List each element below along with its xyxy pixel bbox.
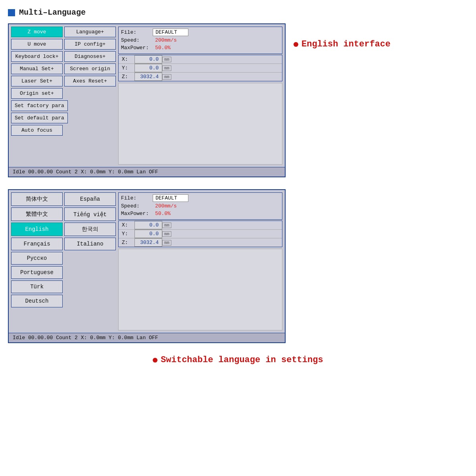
x-unit: mm [162,57,171,62]
keyboard-lock-button[interactable]: Keyboard lock+ [11,51,63,62]
origin-set-button[interactable]: Origin set+ [11,88,63,99]
maxpower-value: 50.0% [153,44,173,51]
lang-french[interactable]: Français [11,238,63,250]
lang-deutsch[interactable]: Deutsch [11,295,63,307]
axes-reset-button[interactable]: Axes Reset+ [64,76,116,86]
bullet2-icon [153,358,157,363]
p2-z-value: 3032.4 [134,238,162,247]
panel2-status: Idle 00.00.00 Count 2 X: 0.0mm Y: 0.0mm … [9,333,285,342]
panel2-wrapper: 简体中文 España 繁體中文 Tiếng việt English 한국의 … [8,189,468,343]
lang-row-8: Deutsch [11,295,116,307]
lang-korean[interactable]: 한국의 [64,223,116,236]
p2-x-value: 0.0 [134,221,162,229]
x-value: 0.0 [134,55,162,63]
diagnoses-button[interactable]: Diagnoses+ [64,51,116,62]
p2-y-coord-row: Y: 0.0 mm [119,230,282,238]
lang-row-1: 简体中文 España [11,192,116,206]
zmove-button[interactable]: Z move [11,27,63,37]
y-unit: mm [162,65,171,71]
panel1-left-controls: Z move Language+ U move IP config+ Keybo… [11,27,116,165]
lang-vietnamese[interactable]: Tiếng việt [64,207,116,221]
panel2-right-info: File: DEFAULT Speed: 200mm/s MaxPower: 5… [118,192,282,330]
switchable-language-label: Switchable language in settings [8,355,468,365]
panel2-info-top: File: DEFAULT Speed: 200mm/s MaxPower: 5… [118,192,282,220]
file-value: DEFAULT [153,29,188,36]
p2-x-coord-row: X: 0.0 mm [119,221,282,230]
panel2-status-text: Idle 00.00.00 Count 2 X: 0.0mm Y: 0.0mm … [13,335,158,341]
lang-italian[interactable]: Italiano [64,238,116,250]
panel1-right-info: File: DEFAULT Speed: 200mm/s MaxPower: 5… [118,27,282,165]
p2-maxpower-value: 50.0% [153,210,173,217]
auto-focus-button[interactable]: Auto focus [11,125,63,136]
p2-maxpower-row: MaxPower: 50.0% [121,210,280,217]
ipconfig-button[interactable]: IP config+ [64,39,116,50]
y-value: 0.0 [134,64,162,72]
set-factory-button[interactable]: Set factory para [11,100,68,111]
btn-row-8: Set default para [11,113,116,123]
bottom-label-wrapper: Switchable language in settings [8,355,468,365]
panel2-left-controls: 简体中文 España 繁體中文 Tiếng việt English 한국의 … [11,192,116,330]
speed-label: Speed: [121,37,153,43]
p2-speed-label: Speed: [121,203,153,209]
lang-simplified-chinese[interactable]: 简体中文 [11,192,63,206]
p2-x-unit: mm [162,223,171,228]
p2-speed-value: 200mm/s [153,203,179,209]
panel1: Z move Language+ U move IP config+ Keybo… [8,23,286,177]
language-button[interactable]: Language+ [64,27,116,37]
page-title: Multi–Language [8,8,468,17]
panel1-body: Z move Language+ U move IP config+ Keybo… [9,24,285,167]
bullet-icon [294,42,298,47]
lang-espana[interactable]: España [64,192,116,206]
lang-row-6: Portuguese [11,266,116,279]
panel1-empty-area [118,83,282,165]
p2-file-label: File: [121,195,153,201]
p2-z-coord-row: Z: 3032.4 mm [119,238,282,247]
speed-row: Speed: 200mm/s [121,37,280,44]
speed-value: 200mm/s [153,37,179,44]
lang-row-2: 繁體中文 Tiếng việt [11,207,116,221]
lang-portuguese[interactable]: Portuguese [11,266,63,279]
english-interface-label: English interface [294,39,390,49]
maxpower-label: MaxPower: [121,45,153,51]
btn-row-5: Laser Set+ Axes Reset+ [11,76,116,86]
panel2-coords: X: 0.0 mm Y: 0.0 mm Z: 3032.4 mm [118,221,282,247]
z-unit: mm [162,74,171,80]
lang-row-4: Français Italiano [11,238,116,250]
lang-turkish[interactable]: Türk [11,280,63,293]
btn-row-3: Keyboard lock+ Diagnoses+ [11,51,116,62]
btn-row-1: Z move Language+ [11,27,116,37]
btn-row-2: U move IP config+ [11,39,116,50]
p2-y-value: 0.0 [134,230,162,238]
manual-set-button[interactable]: Manual Set+ [11,63,63,74]
lang-english[interactable]: English [11,223,63,236]
z-value: 3032.4 [134,73,162,81]
panel1-wrapper: Z move Language+ U move IP config+ Keybo… [8,23,468,177]
panel1-side-label: English interface [294,23,390,49]
umove-button[interactable]: U move [11,39,63,50]
panel2-body: 简体中文 España 繁體中文 Tiếng việt English 한국의 … [9,190,285,333]
y-label: Y: [119,64,134,72]
file-label: File: [121,29,153,35]
p2-file-row: File: DEFAULT [121,194,280,202]
p2-file-value: DEFAULT [153,194,188,202]
x-label: X: [119,55,134,63]
p2-z-unit: mm [162,240,171,246]
z-label: Z: [119,73,134,81]
btn-row-6: Origin set+ [11,88,116,99]
p2-y-label: Y: [119,230,134,238]
panel2: 简体中文 España 繁體中文 Tiếng việt English 한국의 … [8,189,286,343]
lang-traditional-chinese[interactable]: 繁體中文 [11,207,63,221]
screen-origin-button[interactable]: Screen origin [64,63,116,74]
panel1-coords: X: 0.0 mm Y: 0.0 mm Z: 3032.4 mm [118,55,282,81]
file-row: File: DEFAULT [121,29,280,36]
p2-speed-row: Speed: 200mm/s [121,203,280,209]
panel1-status-text: Idle 00.00.00 Count 2 X: 0.0mm Y: 0.0mm … [13,169,158,175]
p2-z-label: Z: [119,238,134,247]
set-default-button[interactable]: Set default para [11,113,68,123]
x-coord-row: X: 0.0 mm [119,55,282,64]
z-coord-row: Z: 3032.4 mm [119,73,282,81]
laser-set-button[interactable]: Laser Set+ [11,76,63,86]
lang-russian[interactable]: Русско [11,252,63,265]
panel1-info-top: File: DEFAULT Speed: 200mm/s MaxPower: 5… [118,27,282,54]
lang-row-5: Русско [11,252,116,265]
